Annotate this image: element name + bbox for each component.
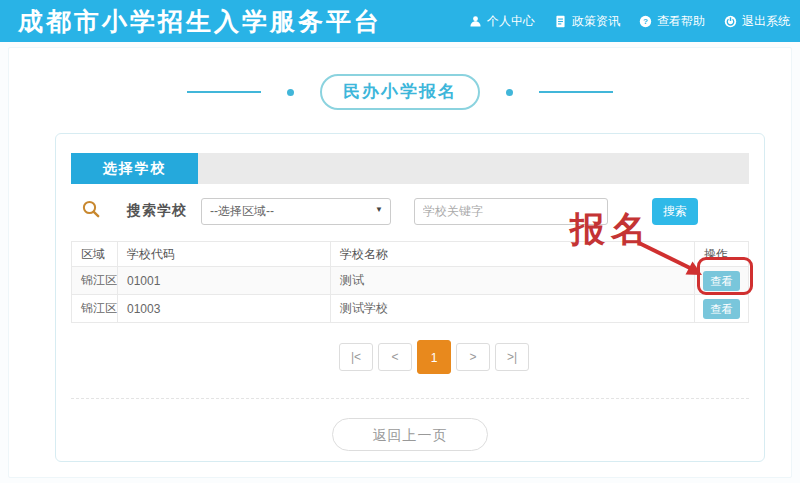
column-header-action: 操作 [695, 242, 749, 267]
search-label: 搜索学校 [127, 202, 187, 220]
pagination-page-1-button[interactable]: 1 [417, 340, 451, 374]
tab-select-school[interactable]: 选择学校 [71, 153, 198, 184]
cell-region: 锦江区 [72, 267, 118, 295]
nav-item-view-help[interactable]: ? 查看帮助 [639, 13, 705, 30]
pagination-prev-button[interactable]: < [378, 343, 412, 371]
nav-item-label: 查看帮助 [657, 13, 705, 30]
section-banner: 民办小学报名 [0, 74, 800, 110]
footer-divider [71, 398, 749, 399]
column-header-school-code: 学校代码 [118, 242, 331, 267]
banner-dot-left [287, 89, 294, 96]
pagination: |< < 1 > >| [95, 343, 773, 374]
table-row: 锦江区 01001 测试 查看 [72, 267, 749, 295]
cell-region: 锦江区 [72, 295, 118, 323]
cell-action: 查看 [695, 267, 749, 295]
back-row: 返回上一页 [71, 418, 749, 451]
document-icon [554, 15, 567, 28]
pagination-next-button[interactable]: > [456, 343, 490, 371]
cell-school-code: 01001 [118, 267, 331, 295]
school-table: 区域 学校代码 学校名称 操作 锦江区 01001 测试 查看 锦江区 0100… [71, 241, 749, 323]
power-icon [724, 15, 737, 28]
banner-line-left [187, 91, 261, 93]
user-icon [469, 15, 482, 28]
nav-item-label: 政策资讯 [572, 13, 620, 30]
svg-text:?: ? [643, 17, 648, 26]
tab-bar: 选择学校 [71, 153, 749, 184]
help-icon: ? [639, 15, 652, 28]
cell-school-code: 01003 [118, 295, 331, 323]
nav-item-logout[interactable]: 退出系统 [724, 13, 790, 30]
school-keyword-input[interactable] [414, 198, 608, 225]
banner-dot-right [506, 89, 513, 96]
magnifier-icon [81, 199, 101, 223]
pagination-first-button[interactable]: |< [339, 343, 373, 371]
header-nav: 个人中心 政策资讯 ? 查看帮助 退出系统 [469, 13, 790, 30]
column-header-region: 区域 [72, 242, 118, 267]
nav-item-policy-news[interactable]: 政策资讯 [554, 13, 620, 30]
table-header-row: 区域 学校代码 学校名称 操作 [72, 242, 749, 267]
region-select[interactable]: --选择区域-- [201, 198, 391, 225]
page-title: 成都市小学招生入学服务平台 [18, 5, 382, 38]
pagination-last-button[interactable]: >| [495, 343, 529, 371]
cell-school-name: 测试 [331, 267, 695, 295]
table-row: 锦江区 01003 测试学校 查看 [72, 295, 749, 323]
cell-school-name: 测试学校 [331, 295, 695, 323]
school-select-card: 选择学校 搜索学校 --选择区域-- ▼ 搜索 区域 学校代码 学校名称 操作 [55, 133, 765, 462]
region-select-wrap: --选择区域-- ▼ [201, 198, 391, 225]
banner-line-right [539, 91, 613, 93]
back-button[interactable]: 返回上一页 [332, 418, 488, 451]
nav-item-label: 退出系统 [742, 13, 790, 30]
search-row: 搜索学校 --选择区域-- ▼ 搜索 [71, 197, 749, 225]
view-button[interactable]: 查看 [703, 271, 740, 291]
cell-action: 查看 [695, 295, 749, 323]
section-title-pill: 民办小学报名 [320, 74, 480, 110]
nav-item-personal-center[interactable]: 个人中心 [469, 13, 535, 30]
nav-item-label: 个人中心 [487, 13, 535, 30]
app-header: 成都市小学招生入学服务平台 个人中心 政策资讯 ? 查看帮助 退出系统 [0, 0, 800, 42]
search-button[interactable]: 搜索 [652, 198, 698, 225]
column-header-school-name: 学校名称 [331, 242, 695, 267]
view-button[interactable]: 查看 [703, 299, 740, 319]
